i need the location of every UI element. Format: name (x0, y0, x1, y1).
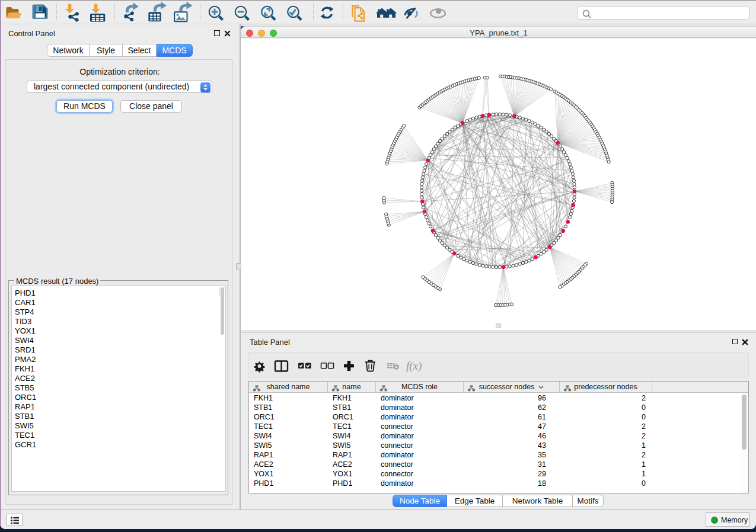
svg-text:f(x): f(x) (406, 360, 422, 373)
